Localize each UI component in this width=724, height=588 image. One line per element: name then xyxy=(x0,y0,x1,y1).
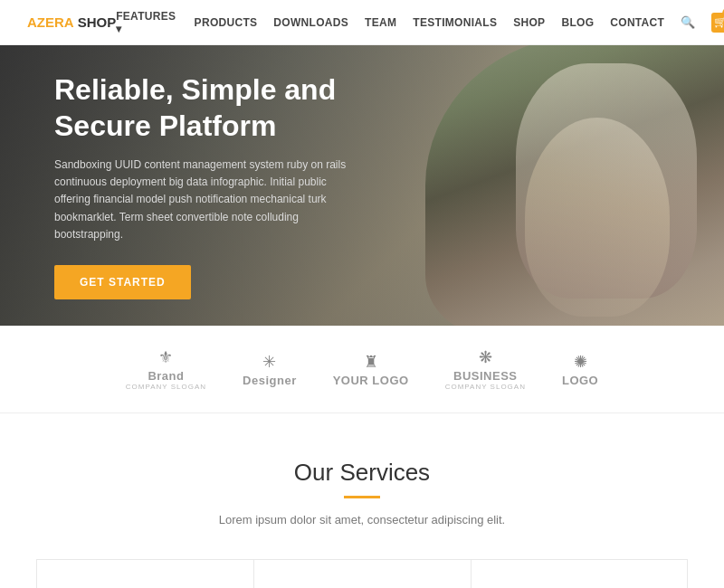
brand-icon-3: ♜ xyxy=(364,352,378,372)
search-icon[interactable]: 🔍 xyxy=(681,15,695,29)
nav-links: FEATURES ▾ PRODUCTS DOWNLOADS TEAM TESTI… xyxy=(116,10,724,35)
services-section: Our Services Lorem ipsum dolor sit amet,… xyxy=(0,413,724,588)
brand-azera: AZERA xyxy=(27,14,74,30)
services-title: Our Services xyxy=(36,459,688,487)
services-cards: Add to cart Lorem ipsum dolor sit amet, … xyxy=(36,559,688,588)
nav-shop[interactable]: SHOP xyxy=(513,16,545,29)
brand-name-4: BUSINESS xyxy=(453,369,517,383)
hero-content: Reliable, Simple and Secure Platform San… xyxy=(0,71,416,299)
services-title-underline xyxy=(344,496,380,498)
service-card-cart: Add to cart Lorem ipsum dolor sit amet, … xyxy=(36,559,253,588)
hero-title: Reliable, Simple and Secure Platform xyxy=(54,71,416,144)
brand-name-1: Brand xyxy=(148,369,184,383)
brand-logo-yourlogo[interactable]: ♜ YOUR LOGO xyxy=(333,352,409,387)
brand-icon-1: ⚜ xyxy=(158,347,173,367)
brand-icon-5: ✺ xyxy=(574,352,587,372)
services-subtitle: Lorem ipsum dolor sit amet, consectetur … xyxy=(36,513,688,526)
site-logo[interactable]: AZERA SHOP xyxy=(27,14,116,30)
hero-cta-button[interactable]: GET STARTED xyxy=(54,265,191,299)
nav-blog[interactable]: BLOG xyxy=(561,16,594,29)
brand-sub-1: company slogan xyxy=(126,383,206,391)
brand-name-5: LOGO xyxy=(562,374,598,387)
brand-logo-designer[interactable]: ✳ Designer xyxy=(243,352,297,387)
nav-features[interactable]: FEATURES ▾ xyxy=(116,10,177,35)
hero-description: Sandboxing UUID content management syste… xyxy=(54,156,362,243)
nav-contact[interactable]: CONTACT xyxy=(610,16,664,29)
brands-bar: ⚜ Brand company slogan ✳ Designer ♜ YOUR… xyxy=(0,326,724,413)
navbar: AZERA SHOP FEATURES ▾ PRODUCTS DOWNLOADS… xyxy=(0,0,724,45)
service-card-delivery: VISA Fast Delivery Lorem ipsum dolor sit… xyxy=(471,559,688,588)
nav-products[interactable]: PRODUCTS xyxy=(195,16,258,29)
nav-team[interactable]: TEAM xyxy=(365,16,396,29)
brand-name-2: Designer xyxy=(243,374,297,387)
brand-sub-4: Company Slogan xyxy=(445,383,526,391)
hero-section: Reliable, Simple and Secure Platform San… xyxy=(0,45,724,326)
brand-logo-logo[interactable]: ✺ LOGO xyxy=(562,352,598,387)
brand-icon-2: ✳ xyxy=(262,352,276,372)
service-card-pay: P Pay Safely Lorem ipsum dolor sit amet,… xyxy=(253,559,471,588)
brand-shop: SHOP xyxy=(78,14,117,30)
nav-downloads[interactable]: DOWNLOADS xyxy=(273,16,348,29)
brand-logo-business[interactable]: ❋ BUSINESS Company Slogan xyxy=(445,347,526,391)
brand-name-3: YOUR LOGO xyxy=(333,374,409,387)
nav-testimonials[interactable]: TESTIMONIALS xyxy=(413,16,497,29)
brand-icon-4: ❋ xyxy=(479,347,492,367)
cart-icon[interactable]: 0 xyxy=(711,13,724,33)
brand-logo-brand[interactable]: ⚜ Brand company slogan xyxy=(126,347,206,391)
